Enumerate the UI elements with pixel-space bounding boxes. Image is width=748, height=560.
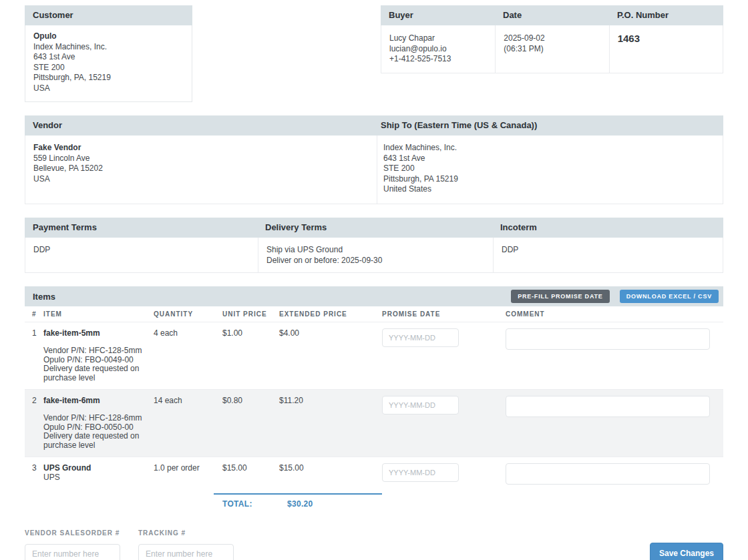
- footer-fields: VENDOR SALESORDER # TRACKING #: [25, 529, 234, 560]
- item-extended-price: $15.00: [279, 463, 382, 487]
- comment-cell: [506, 396, 723, 450]
- comment-input[interactable]: [506, 463, 710, 485]
- shipto-address: Index Machines, Inc. 643 1st Ave STE 200…: [377, 135, 723, 204]
- item-quantity: 14 each: [154, 396, 222, 450]
- buyer-name: Lucy Chapar: [389, 33, 487, 44]
- buyer-column-header: Buyer: [381, 5, 495, 25]
- customer-line: Index Machines, Inc.: [33, 42, 184, 53]
- comment-input[interactable]: [506, 328, 710, 350]
- date-column-header: Date: [495, 5, 609, 25]
- date-cell: 2025-09-02 (06:31 PM): [495, 25, 608, 73]
- tracking-label: TRACKING #: [138, 529, 234, 537]
- order-info-header: Buyer Date P.O. Number: [381, 5, 723, 25]
- promise-date-input[interactable]: [382, 328, 459, 347]
- item-detail-line: Delivery date requested on purchase leve…: [43, 364, 144, 382]
- item-extended-price: $11.20: [279, 396, 382, 450]
- vendor-title: Vendor: [25, 115, 723, 135]
- promise-date-input[interactable]: [382, 396, 459, 414]
- promise-date-input[interactable]: [382, 463, 459, 482]
- total-label: TOTAL:: [222, 499, 287, 509]
- col-header-unit-price: UNIT PRICE: [222, 310, 279, 318]
- items-section: Items PRE-FILL PROMISE DATE DOWNLOAD EXC…: [25, 286, 723, 515]
- incoterm-title: Incoterm: [492, 218, 723, 238]
- item-details: Vendor P/N: HFC-128-6mm Opulo P/N: FBO-0…: [43, 414, 154, 450]
- buyer-phone: +1-412-525-7513: [389, 54, 487, 65]
- po-number-column-header: P.O. Number: [609, 5, 723, 25]
- customer-line: USA: [33, 83, 184, 94]
- vendor-line: Bellevue, PA 15202: [33, 164, 369, 174]
- customer-address: Opulo Index Machines, Inc. 643 1st Ave S…: [25, 25, 192, 101]
- item-name: UPS Ground: [43, 463, 154, 473]
- promise-date-cell: [382, 463, 506, 487]
- shipto-line: STE 200: [383, 164, 715, 174]
- item-unit-price: $0.80: [222, 396, 279, 450]
- item-cell: fake-item-5mm Vendor P/N: HFC-128-5mm Op…: [43, 328, 154, 382]
- item-detail-line: Opulo P/N: FBO-0049-00: [43, 356, 144, 365]
- terms-header: Payment Terms Delivery Terms Incoterm: [25, 218, 723, 238]
- col-header-quantity: QUANTITY: [154, 310, 222, 318]
- col-header-comment: COMMENT: [506, 310, 723, 318]
- delivery-terms-cell: Ship via UPS Ground Deliver on or before…: [258, 238, 493, 272]
- order-info-body: Lucy Chapar lucian@opulo.io +1-412-525-7…: [381, 25, 723, 73]
- item-detail-line: Delivery date requested on purchase leve…: [43, 432, 144, 450]
- row-number: 1: [25, 328, 43, 382]
- promise-date-cell: [382, 396, 506, 450]
- vendor-salesorder-label: VENDOR SALESORDER #: [25, 529, 120, 537]
- comment-cell: [506, 328, 723, 382]
- tracking-input[interactable]: [138, 544, 234, 560]
- item-name: fake-item-6mm: [43, 396, 154, 405]
- footer: VENDOR SALESORDER # TRACKING # Save Chan…: [25, 529, 723, 560]
- prefill-promise-date-button[interactable]: PRE-FILL PROMISE DATE: [511, 290, 609, 303]
- col-header-item: ITEM: [43, 310, 154, 318]
- buyer-email: lucian@opulo.io: [389, 44, 487, 55]
- total-row: TOTAL: $30.20: [25, 493, 723, 515]
- comment-cell: [506, 463, 723, 487]
- vendor-salesorder-group: VENDOR SALESORDER #: [25, 529, 120, 560]
- order-info-table: Buyer Date P.O. Number Lucy Chapar lucia…: [381, 5, 723, 73]
- item-detail-line: Vendor P/N: HFC-128-6mm: [43, 414, 144, 423]
- vendor-name: Fake Vendor: [33, 143, 369, 154]
- tracking-group: TRACKING #: [138, 529, 234, 560]
- items-header-bar: Items PRE-FILL PROMISE DATE DOWNLOAD EXC…: [25, 286, 723, 306]
- delivery-terms-line: Ship via UPS Ground: [266, 244, 485, 255]
- purchase-order-page: Customer Opulo Index Machines, Inc. 643 …: [25, 5, 723, 560]
- total-value: $30.20: [287, 499, 313, 509]
- vendor-shipto-section: Vendor Ship To (Eastern Time (US & Canad…: [25, 115, 723, 204]
- customer-line: 643 1st Ave: [33, 52, 184, 63]
- top-row: Customer Opulo Index Machines, Inc. 643 …: [25, 5, 723, 102]
- table-row: 3 UPS Ground UPS 1.0 per order $15.00 $1…: [25, 457, 723, 493]
- item-unit-price: $1.00: [222, 328, 279, 382]
- order-time: (06:31 PM): [504, 44, 600, 55]
- col-header-extended-price: EXTENDED PRICE: [279, 310, 382, 318]
- items-title: Items: [33, 292, 55, 302]
- vendor-salesorder-input[interactable]: [25, 544, 120, 560]
- download-excel-csv-button[interactable]: DOWNLOAD EXCEL / CSV: [620, 290, 719, 303]
- row-number: 3: [25, 463, 43, 487]
- customer-header: Customer: [25, 5, 192, 25]
- customer-name: Opulo: [33, 31, 184, 42]
- item-name: fake-item-5mm: [43, 328, 154, 338]
- po-number-value: 1463: [618, 33, 715, 44]
- item-details: UPS: [43, 473, 154, 483]
- delivery-terms-line: Deliver on or before: 2025-09-30: [266, 255, 485, 266]
- terms-section: Payment Terms Delivery Terms Incoterm DD…: [25, 218, 723, 273]
- delivery-terms-title: Delivery Terms: [257, 218, 492, 238]
- row-number: 2: [25, 396, 43, 450]
- item-cell: UPS Ground UPS: [43, 463, 154, 487]
- customer-title: Customer: [25, 5, 192, 25]
- customer-line: Pittsburgh, PA, 15219: [33, 73, 184, 83]
- customer-line: STE 200: [33, 63, 184, 73]
- save-changes-button[interactable]: Save Changes: [650, 543, 723, 560]
- item-detail-line: UPS: [43, 473, 144, 483]
- payment-terms-title: Payment Terms: [25, 218, 257, 238]
- item-details: Vendor P/N: HFC-128-5mm Opulo P/N: FBO-0…: [43, 346, 154, 382]
- incoterm-value: DDP: [493, 238, 724, 272]
- col-header-num: #: [25, 310, 43, 318]
- shipto-line: Pittsburgh, PA 15219: [383, 174, 715, 185]
- vendor-shipto-header: Vendor Ship To (Eastern Time (US & Canad…: [25, 115, 723, 135]
- items-buttons: PRE-FILL PROMISE DATE DOWNLOAD EXCEL / C…: [511, 290, 719, 303]
- shipto-line: United States: [383, 184, 715, 195]
- customer-card: Customer Opulo Index Machines, Inc. 643 …: [25, 5, 192, 102]
- po-number-cell: 1463: [609, 25, 723, 73]
- comment-input[interactable]: [506, 396, 710, 417]
